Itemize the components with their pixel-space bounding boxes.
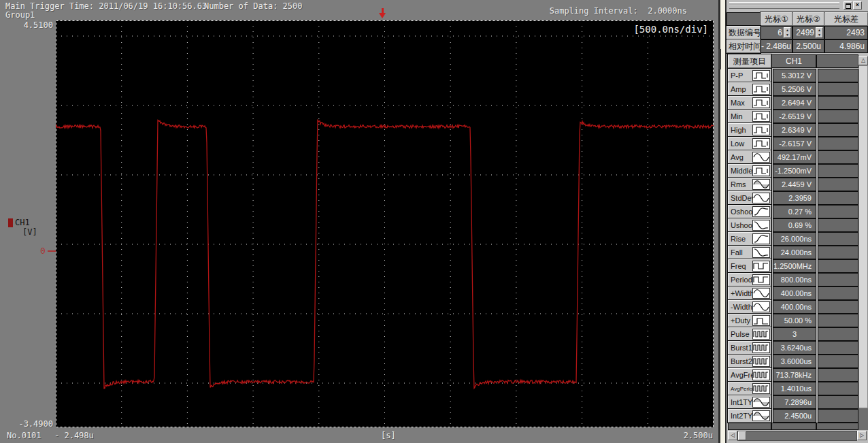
measurement-value: 3 (773, 327, 816, 341)
measurement-label-cell[interactable]: AvgPeriod (728, 382, 771, 395)
waveform-display[interactable]: [500.0ns/div] (56, 20, 714, 427)
close-button[interactable]: × (853, 1, 862, 10)
measurement-label-cell[interactable]: Int1TY (728, 395, 771, 409)
measurement-label: Avg (731, 153, 744, 161)
measurement-label-cell[interactable]: -Width (728, 300, 771, 314)
measurement-label-cell[interactable]: Fall (728, 246, 771, 259)
measurement-label-cell[interactable]: Avg (728, 150, 771, 164)
cursor1-index-field[interactable]: 6 ▲ ▼ (761, 26, 792, 39)
measurement-value: 1.2500MHz (773, 259, 816, 273)
measurement-label-cell[interactable]: Rms (728, 178, 771, 191)
measurement-label-cell[interactable]: StdDev (728, 191, 771, 205)
measurement-label-cell[interactable]: Max (728, 96, 771, 110)
measurement-row: Burst23.6000us (728, 355, 858, 368)
trigger-position-icon[interactable] (377, 7, 388, 20)
cursor1-index-spinner[interactable]: ▲ ▼ (784, 27, 791, 38)
measurement-row: High2.6349 V (728, 123, 858, 137)
measurement-row: StdDev2.3959 (728, 191, 858, 205)
measurement-label-cell[interactable]: Int2TY (728, 409, 771, 423)
rise-icon (752, 206, 770, 217)
measurement-row: AvgFreq713.78kHz (728, 368, 858, 382)
relative-time-label: 相对时间 (727, 39, 761, 53)
measurement-row: Amp5.2506 V (728, 82, 858, 96)
sine-icon (752, 288, 770, 299)
measurement-label-cell[interactable]: Min (728, 110, 771, 123)
panel-titlebar[interactable]: × (728, 1, 867, 10)
cursor1-time-value: - 2.486u (761, 39, 792, 53)
measurement-value: 800.00ns (773, 273, 816, 286)
horizontal-scrollbar[interactable] (737, 431, 857, 441)
measurement-label-cell[interactable]: Burst2 (728, 355, 771, 368)
shade-icon (752, 410, 770, 421)
measurement-value: 713.78kHz (773, 368, 816, 382)
measurement-diff-cell (818, 395, 858, 409)
fall-icon (752, 220, 770, 231)
duty-icon (752, 315, 770, 326)
time-right-label: 2.500u (667, 431, 713, 440)
measurement-diff-cell (818, 178, 858, 191)
measurement-label-cell[interactable]: Period (728, 273, 771, 286)
splitter-grip[interactable] (718, 49, 721, 69)
measurement-label-cell[interactable]: Amp (728, 82, 771, 96)
measurement-label-cell[interactable]: High (728, 123, 771, 137)
measurement-label-cell[interactable]: Ushoot (728, 218, 771, 232)
measurement-label-cell[interactable]: Low (728, 137, 771, 150)
spinner-down-icon[interactable]: ▼ (816, 33, 822, 37)
fall-icon (752, 247, 770, 258)
measurement-label: +Width (731, 289, 754, 297)
measurement-diff-cell (818, 246, 858, 259)
measurement-label-cell[interactable]: Middle (728, 164, 771, 178)
x-unit-label: [s] (381, 431, 396, 440)
measurement-label-cell[interactable]: +Duty (728, 314, 771, 327)
cursor2-index-spinner[interactable]: ▲ ▼ (816, 27, 823, 38)
measurement-diff-cell (818, 341, 858, 355)
measurement-diff-cell (818, 409, 858, 423)
measurement-diff-cell (818, 96, 858, 110)
measurement-row: Fall24.000ns (728, 246, 858, 259)
horizontal-scrollbar-thumb[interactable] (738, 431, 746, 440)
maximize-button[interactable] (844, 1, 852, 10)
sine-icon (752, 301, 770, 312)
panel-splitter[interactable] (718, 0, 727, 443)
measurement-diff-cell (818, 327, 858, 341)
main-trigger-time: Main Trigger Time: 2011/06/19 16:10:56.6… (5, 1, 207, 11)
measurement-value: 3.6000us (773, 355, 816, 368)
sine-icon (752, 152, 770, 163)
cursor-time-diff: 4.986u (824, 39, 868, 53)
measurement-label-cell[interactable]: AvgFreq (728, 368, 771, 382)
vertical-scrollbar-track-end[interactable] (858, 408, 868, 430)
scroll-up-button[interactable]: △ (858, 56, 868, 65)
measurement-row: Ushoot0.69 % (728, 218, 858, 232)
measurement-label: Middle (731, 167, 752, 175)
measurement-label: Amp (731, 85, 746, 93)
spinner-up-icon[interactable]: ▲ (784, 28, 790, 33)
scroll-right-button[interactable]: ▷ (857, 431, 867, 440)
measurement-label-cell[interactable]: P-P (728, 69, 771, 82)
measurement-label-cell[interactable]: Rise (728, 232, 771, 246)
measurement-diff-cell (818, 382, 858, 395)
measurement-row: +Width400.00ns (728, 286, 858, 300)
measurement-label-cell[interactable]: Freq (728, 259, 771, 273)
spinner-up-icon[interactable]: ▲ (816, 28, 822, 33)
measurement-label-cell[interactable]: +Width (728, 286, 771, 300)
measurement-diff-cell (818, 232, 858, 246)
measurement-label: +Duty (731, 316, 750, 325)
measurement-diff-cell (818, 368, 858, 382)
maximize-icon (846, 3, 851, 9)
cursor2-index-field[interactable]: 2499 ▲ ▼ (792, 26, 824, 39)
measurement-label: Period (731, 276, 752, 284)
record-number: No.0101 (7, 431, 41, 440)
measurement-label-cell[interactable]: Pulse (728, 327, 771, 341)
channel-label: CH1 (15, 218, 30, 227)
spinner-down-icon[interactable]: ▼ (784, 33, 790, 37)
measurement-diff-cell (818, 82, 858, 96)
measurement-diff-cell (818, 314, 858, 327)
cursor1-header: 光标① (761, 12, 792, 26)
measurement-value: 24.000ns (773, 246, 816, 259)
vertical-scrollbar[interactable] (858, 65, 868, 408)
scroll-left-button[interactable]: ◁ (728, 431, 737, 440)
measurement-label-cell[interactable]: Oshoot (728, 205, 771, 218)
measurement-label-cell[interactable]: Burst1 (728, 341, 771, 355)
measurement-row: Period800.00ns (728, 273, 858, 286)
measurement-value: 1.4010us (773, 382, 816, 395)
